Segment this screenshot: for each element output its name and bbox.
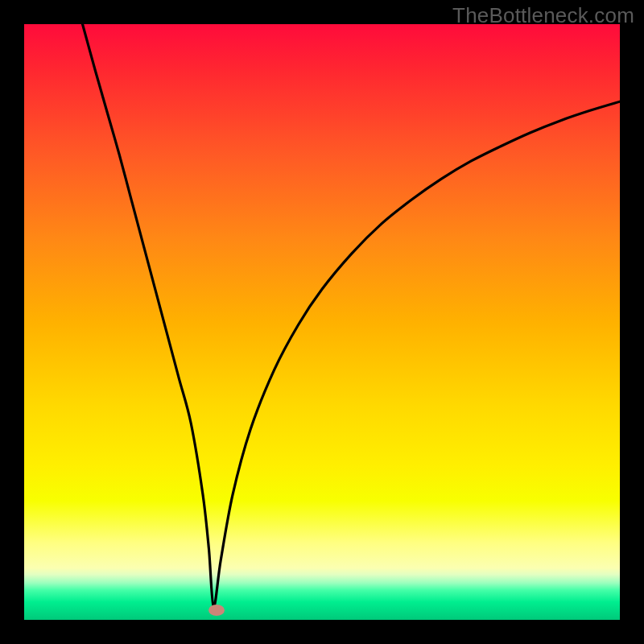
- chart-frame: TheBottleneck.com: [0, 0, 644, 644]
- optimum-marker: [208, 605, 225, 616]
- bottleneck-curve: [24, 24, 620, 620]
- plot-area: [24, 24, 620, 620]
